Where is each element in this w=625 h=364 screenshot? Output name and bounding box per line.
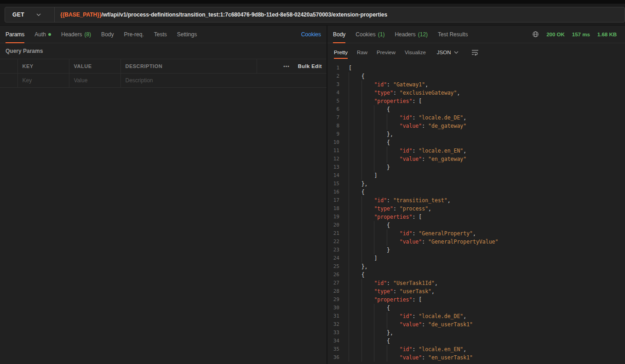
request-pane: Params Auth Headers (8) Body Pre-req. Te…: [0, 26, 327, 364]
response-tab-headers[interactable]: Headers (12): [395, 26, 428, 43]
code-text: "value": "en_userTask1": [349, 353, 473, 362]
code-line: 18"type": "process",: [327, 205, 625, 213]
status-badge[interactable]: 200 OK: [546, 32, 565, 37]
view-tab-preview[interactable]: Preview: [377, 43, 396, 62]
line-number: 14: [327, 171, 349, 180]
split-panes: Params Auth Headers (8) Body Pre-req. Te…: [0, 26, 625, 364]
code-line: 9},: [327, 130, 625, 138]
code-line: 29"properties": [: [327, 296, 625, 304]
code-line: 25},: [327, 262, 625, 271]
chevron-down-icon: [454, 51, 459, 54]
network-icon[interactable]: [532, 31, 539, 38]
param-value-input[interactable]: [74, 77, 116, 84]
param-description-input[interactable]: [126, 77, 322, 84]
code-text: {: [349, 337, 390, 345]
code-text: },: [349, 180, 368, 188]
code-line: 3"id": "Gateway1",: [327, 80, 625, 89]
code-line: 14]: [327, 171, 625, 180]
window-top-strip: [0, 0, 625, 4]
cookies-link[interactable]: Cookies: [301, 26, 321, 43]
response-tab-test-results[interactable]: Test Results: [438, 26, 468, 43]
tab-label: Tests: [154, 31, 167, 38]
line-number: 5: [327, 97, 349, 105]
code-text: "value": "en_gateway": [349, 155, 466, 163]
row-select-cell[interactable]: [0, 74, 17, 88]
code-text: {: [349, 271, 365, 279]
code-line: 28"type": "userTask",: [327, 287, 625, 296]
bulk-edit-button[interactable]: Bulk Edit: [298, 63, 322, 69]
param-key-input[interactable]: [23, 77, 64, 84]
line-number: 28: [327, 287, 349, 296]
chevron-down-icon: [36, 13, 41, 16]
request-url-input[interactable]: {{BASE_PATH}}/wf/api/v1/process-definiti…: [55, 7, 625, 22]
response-time[interactable]: 157 ms: [572, 32, 590, 37]
request-tab-body[interactable]: Body: [101, 26, 114, 43]
view-tab-pretty[interactable]: Pretty: [334, 43, 348, 62]
line-number: 16: [327, 188, 349, 196]
params-empty-row: [0, 74, 327, 88]
http-method-select[interactable]: GET: [5, 7, 55, 22]
request-tab-settings[interactable]: Settings: [177, 26, 197, 43]
code-text: {: [349, 221, 390, 229]
line-number: 33: [327, 329, 349, 337]
more-options-icon[interactable]: •••: [283, 64, 290, 69]
code-text: }: [349, 246, 390, 254]
request-tab-params[interactable]: Params: [6, 26, 24, 43]
line-number: 3: [327, 80, 349, 89]
view-tab-raw[interactable]: Raw: [357, 43, 367, 62]
format-select[interactable]: JSON: [437, 50, 459, 55]
line-number: 17: [327, 196, 349, 205]
auth-status-dot: [48, 33, 51, 36]
wrap-lines-button[interactable]: [471, 49, 479, 56]
code-line: 21"id": "GeneralProperty",: [327, 229, 625, 238]
code-line: 35"id": "locale.en_EN",: [327, 345, 625, 353]
line-number: 15: [327, 180, 349, 188]
code-line: 32"value": "de_userTask1": [327, 320, 625, 329]
line-number: 24: [327, 254, 349, 262]
line-number: 23: [327, 246, 349, 254]
code-text: "properties": [: [349, 97, 422, 105]
code-text: "id": "locale.de_DE",: [349, 114, 466, 122]
line-number: 11: [327, 147, 349, 155]
format-select-value: JSON: [437, 50, 451, 55]
params-actions-cell: ••• Bulk Edit: [257, 59, 327, 74]
line-number: 12: [327, 155, 349, 163]
line-number: 13: [327, 163, 349, 171]
request-tab-prereq[interactable]: Pre-req.: [124, 26, 143, 43]
line-number: 8: [327, 122, 349, 130]
tab-label: Body: [333, 31, 345, 38]
view-tab-visualize[interactable]: Visualize: [405, 43, 426, 62]
code-line: 4"type": "exclusiveGateway",: [327, 89, 625, 97]
tab-label: Headers: [61, 31, 82, 38]
select-column-header: [0, 59, 17, 74]
line-number: 31: [327, 312, 349, 320]
code-line: 5"properties": [: [327, 97, 625, 105]
code-text: "value": "GeneralPropertyValue": [349, 238, 498, 246]
line-number: 30: [327, 304, 349, 312]
code-text: "id": "GeneralProperty",: [349, 229, 476, 238]
line-number: 32: [327, 320, 349, 329]
code-line: 22"value": "GeneralPropertyValue": [327, 238, 625, 246]
line-number: 7: [327, 114, 349, 122]
code-text: },: [349, 262, 368, 271]
code-line: 8"value": "de_gateway": [327, 122, 625, 130]
line-number: 6: [327, 105, 349, 114]
request-tabbar: Params Auth Headers (8) Body Pre-req. Te…: [0, 26, 327, 43]
response-size[interactable]: 1.68 KB: [597, 32, 617, 37]
response-meta: 200 OK 157 ms 1.68 KB: [532, 26, 619, 43]
code-line: 11"id": "locale.en_EN",: [327, 147, 625, 155]
request-tab-tests[interactable]: Tests: [154, 26, 167, 43]
tab-label: Settings: [177, 31, 197, 38]
code-text: "id": "Gateway1",: [349, 80, 428, 89]
request-tab-headers[interactable]: Headers (8): [61, 26, 91, 43]
code-text: },: [349, 130, 393, 138]
url-variable: {{BASE_PATH}}: [60, 11, 102, 18]
code-text: "value": "de_gateway": [349, 122, 466, 130]
response-tab-cookies[interactable]: Cookies (1): [356, 26, 384, 43]
response-tab-body[interactable]: Body: [333, 26, 345, 43]
url-input-group: GET {{BASE_PATH}}/wf/api/v1/process-defi…: [5, 7, 625, 23]
request-tab-auth[interactable]: Auth: [34, 26, 51, 43]
code-line: 17"id": "transition_test",: [327, 196, 625, 205]
line-number: 21: [327, 229, 349, 238]
line-number: 10: [327, 138, 349, 147]
